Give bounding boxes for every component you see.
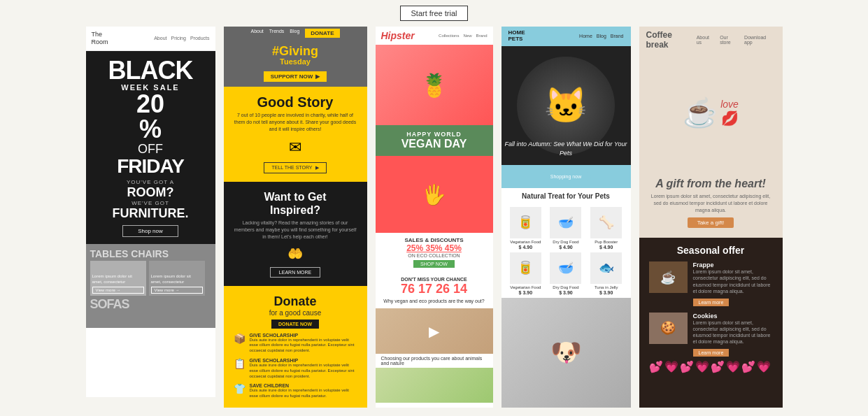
card5-gift-section: A gift from the heart! Lorem ipsum dolor… [639,172,783,238]
card5-frappe-img: ☕ [649,261,688,293]
card3-nav: Collections New Brand [439,34,487,38]
card3-play-icon: ▶ [429,323,439,340]
card2-inspire-title: Want to GetInspired? [234,190,357,217]
start-free-trial-button[interactable]: Start free trial [400,6,467,21]
top-bar: Start free trial [0,0,868,27]
card4-product-1: 🥫 Vegetarian Food $ 4.90 [507,207,545,250]
card2-inspire-section: Want to GetInspired? Lacking vitality? R… [224,182,367,286]
card1-header: TheRoom About Pricing Products [86,27,215,51]
card4-natural-section: Natural Treat for Your Pets [501,188,631,204]
card2-donate-title: Donate [234,294,357,309]
card1-img-box-2: Lorem ipsum dolor sit amet, consectetur … [149,261,205,296]
card2-nav: About Trends Blog DONATE [250,29,339,38]
card4-product-4: 🥫 Vegetarian Food $ 3.90 [507,252,545,295]
template-card-1[interactable]: TheRoom About Pricing Products BLACK WEE… [86,27,215,397]
card2-good-story-title: Good Story [234,95,357,109]
card3-pineapple-img: 🍍 [376,45,493,125]
card2-donate-button[interactable]: DONATE [305,29,339,38]
card2-inspire-text: Lacking vitality? Read the amazing stori… [234,220,357,240]
card1-friday: FRIDAY [94,157,207,176]
card2-list-item-3: 👕 SAVE CHILDREN Duis aute irure dolor in… [234,383,357,399]
card2-overlay: About Trends Blog DONATE #Giving Tuesday… [224,27,367,87]
card3-vegan-band: HAPPY WORLD VEGAN DAY [376,125,493,156]
card4-dog-icon: 🐶 [550,338,582,367]
card1-black-label: BLACK [94,58,207,83]
template-card-5[interactable]: Coffee break About us Our store Download… [639,27,783,408]
card5-cookies-img: 🍪 [649,313,688,344]
card5-brand: Coffee break [646,30,697,50]
card4-nav: Home Blog Brand [579,34,623,38]
card4-product-2: 🥣 Dry Dog Food $ 4.90 [547,207,585,250]
card2-item1-icon: 📦 [234,333,246,354]
card2-item2-icon: 📋 [234,358,246,379]
card4-products-grid: 🥫 Vegetarian Food $ 4.90 🥣 Dry Dog Food … [501,204,631,298]
card2-tell-story-button[interactable]: TELL THE STORY ▶ [264,162,326,173]
card3-nature-img [376,368,493,403]
card4-prod-icon-1: 🥫 [510,207,541,238]
card2-donate-now-button[interactable]: DONATE NOW [271,320,319,329]
card3-choosing-text: Choosing our products you care about ani… [376,354,493,368]
card4-dog-img: 🐶 [501,298,631,408]
card3-header: Hipster Collections New Brand [376,27,493,45]
card1-img-box-1: Lorem ipsum dolor sit amet, consectetur … [90,261,146,296]
card2-hero: About Trends Blog DONATE #Giving Tuesday… [224,27,367,87]
card5-frappe-learn-button[interactable]: Learn more [693,299,730,306]
card2-item3-icon: 👕 [234,383,246,399]
card1-pct: 20% [94,92,207,142]
card4-product-5: 🥣 Dry Dog Food $ 3.90 [547,252,585,295]
card1-img-row: Lorem ipsum dolor sit amet, consectetur … [90,261,211,296]
card2-list-item-2: 📋 GIVE SCHOLARSHIP Duis aute irure dolor… [234,358,357,379]
template-card-3[interactable]: Hipster Collections New Brand 🍍 HAPPY WO… [376,27,493,408]
card5-lips-icon: 💋 [721,110,739,127]
card5-gift-button[interactable]: Take a gift! [688,217,734,228]
card1-got2: WE'VE GOT [94,200,207,206]
card4-hero: 🐱 Fall into Autumn: See What We Did for … [501,46,631,165]
card1-shop-button[interactable]: Shop now [122,225,178,237]
card2-hands-icon: 🤲 [234,246,357,261]
card5-love-text: love [720,99,739,110]
card3-pink-bottom: 🖐️ [376,156,493,233]
card4-prod-icon-2: 🥣 [550,207,581,238]
card3-brand: Hipster [381,30,415,41]
card2-donate-sub: for a good cause [234,309,357,317]
card1-sofas: SOFAS [90,297,211,312]
card4-product-3: 🦴 Pup Booster $ 4.90 [588,207,625,250]
card2-giving: #Giving Tuesday [272,45,318,66]
card5-cookies-learn-button[interactable]: Learn more [693,349,730,357]
card1-tables: TABLES CHAIRS [90,248,211,259]
card2-support-button[interactable]: SUPPORT NOW ▶ [264,71,327,82]
card1-black-section: BLACK WEEK SALE 20% OFF FRIDAY YOU'VE GO… [86,51,215,244]
card4-prod-icon-3: 🦴 [590,207,622,238]
card2-list-item-1: 📦 GIVE SCHOLARSHIP Duis aute irure dolor… [234,333,357,354]
template-card-2[interactable]: About Trends Blog DONATE #Giving Tuesday… [224,27,367,408]
card5-cookies-item: 🍪 Cookies Lorem ipsum dolor sit amet, co… [649,313,773,357]
template-card-4[interactable]: HOME PETS Home Blog Brand 🐱 Fall into Au… [501,27,631,408]
card5-gift-title: A gift from the heart! [649,178,773,190]
card1-furniture: FURNITURE. [94,206,207,221]
card2-envelope-icon: ✉ [234,138,357,157]
card1-brand: TheRoom [92,31,108,46]
card1-got1: YOU'VE GOT A [94,179,207,185]
card2-good-story-section: Good Story 7 out of 10 people are involv… [224,87,367,181]
card4-header: HOME PETS Home Blog Brand [501,27,631,46]
card4-shop-button[interactable]: Shopping now [541,172,591,181]
card1-room: ROOM? [94,185,207,200]
card5-cup-left-icon: ☕ [683,96,718,129]
card3-countdown: DON'T MISS YOUR CHANCE 76 17 26 14 Why v… [376,274,493,308]
card5-header: Coffee break About us Our store Download… [639,27,783,53]
card3-sales-section: SALES & DISCOUNTS 25% 35% 45% ON ECO COL… [376,233,493,274]
card2-learn-more-button[interactable]: LEARN MORE [270,267,320,278]
card2-donate-section: Donate for a good cause DONATE NOW 📦 GIV… [224,286,367,408]
card4-autumn-text: Fall into Autumn: See What We Did for Yo… [501,140,631,157]
card3-pineapple-icon: 🍍 [420,72,448,99]
card4-prod-icon-5: 🥣 [550,252,581,284]
card1-nav: About Pricing Products [154,36,209,41]
card1-bottom: TABLES CHAIRS Lorem ipsum dolor sit amet… [86,244,215,328]
card4-product-6: 🐟 Tuna in Jelly $ 3.90 [588,252,625,295]
card5-hero: ☕ love 💋 [639,53,783,172]
card4-cat-icon: 🐱 [544,85,588,126]
card4-brand: HOME PETS [508,30,525,43]
card3-shop-button[interactable]: SHOP NOW [413,260,455,268]
card5-nav: About us Our store Download app [697,35,776,45]
card5-gift-text: Lorem ipsum dolor sit amet, consectetur … [649,193,773,213]
